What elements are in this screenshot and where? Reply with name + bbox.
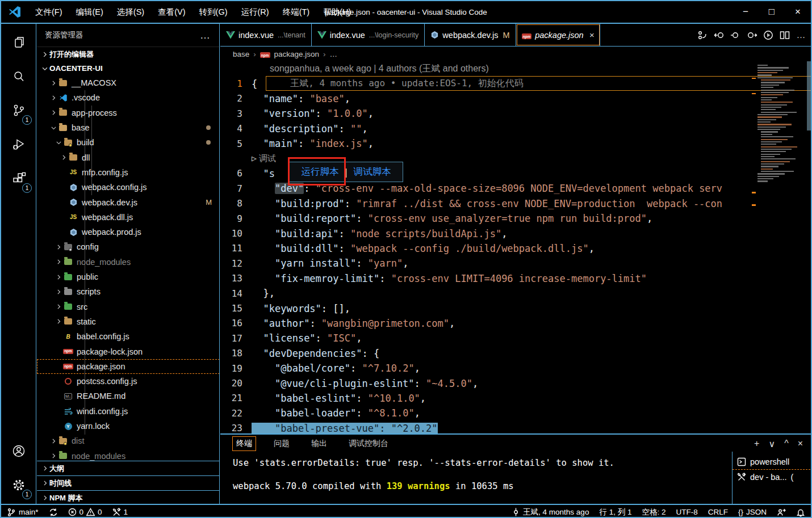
editor-scrollbar[interactable]: [806, 61, 812, 433]
eol[interactable]: CRLF: [708, 508, 728, 516]
menu-item-4[interactable]: 转到(G): [194, 5, 233, 20]
menu-item-2[interactable]: 选择(S): [111, 5, 150, 20]
panel-tab-调试控制台[interactable]: 调试控制台: [345, 437, 392, 450]
tree-item-node_modules[interactable]: node_modules: [37, 449, 220, 461]
tree-item-mfp.config.js[interactable]: JSmfp.config.js: [37, 165, 220, 180]
activitybar-extensions[interactable]: 1: [1, 163, 36, 194]
more-actions-icon[interactable]: …: [795, 29, 807, 41]
blame-status[interactable]: 王斌, 4 months ago: [512, 507, 589, 517]
code-line-23[interactable]: 23 "babel-preset-vue": "^2.0.2": [220, 421, 812, 433]
tree-item-package.json[interactable]: npmpackage.json: [37, 359, 220, 374]
terminal-output[interactable]: Use 'stats.errorDetails: true' resp. '--…: [233, 457, 614, 503]
menu-item-0[interactable]: 文件(F): [30, 5, 68, 20]
tree-item-dist[interactable]: dist: [37, 433, 220, 448]
tree-item-base[interactable]: base: [37, 120, 220, 135]
debug-script-link[interactable]: 调试脚本: [353, 166, 391, 178]
tree-item-README.md[interactable]: M↓README.md: [37, 389, 220, 403]
activitybar-source-control[interactable]: 1: [1, 95, 36, 126]
code-line-15[interactable]: 15 "keywords": [],: [220, 301, 812, 315]
running-tasks[interactable]: 1: [112, 508, 128, 516]
maximize-button[interactable]: □: [759, 1, 785, 23]
tab-index.vue-1[interactable]: index.vue...\login-security: [312, 24, 425, 46]
code-line-3[interactable]: 3 "version": "1.0.0",: [220, 106, 812, 121]
tree-item-webpack.config.js[interactable]: webpack.config.js: [37, 180, 220, 195]
tree-item-webpack.dev.js[interactable]: webpack.dev.jsM: [37, 195, 220, 209]
breadcrumb-item-…[interactable]: …: [330, 50, 338, 58]
code-line-9[interactable]: 9 "build:report": "cross-env use_analyze…: [220, 211, 812, 226]
menu-item-7[interactable]: 帮助(H): [317, 5, 357, 20]
code-line-21[interactable]: 21 "babel-eslint": "^10.1.0",: [220, 391, 812, 406]
section-NPM 脚本[interactable]: NPM 脚本: [37, 490, 220, 504]
open-editors-section[interactable]: 打开的编辑器: [37, 47, 219, 61]
terminal-instance-powershell[interactable]: powershell: [733, 454, 812, 469]
tree-item-node_modules[interactable]: node_modules: [37, 255, 220, 269]
activitybar-accounts[interactable]: [1, 436, 36, 466]
breadcrumb-item-package.json[interactable]: package.json: [274, 50, 320, 58]
activitybar-search[interactable]: [1, 61, 36, 92]
run-script-icon[interactable]: [762, 29, 775, 41]
sidebar-more-actions-icon[interactable]: …: [200, 30, 211, 41]
code-line-1[interactable]: 1{王斌, 4 months ago • update:EOS-1, 初始化代码: [220, 76, 812, 91]
activitybar-explorer[interactable]: [1, 27, 36, 58]
code-editor[interactable]: songpanhua, a week ago | 4 authors (王斌 a…: [220, 61, 812, 433]
close-panel-icon[interactable]: ×: [798, 439, 803, 449]
panel-tab-输出[interactable]: 输出: [308, 437, 330, 450]
code-line-10[interactable]: 10 "build:api": "node scripts/buildApi.j…: [220, 226, 812, 241]
close-button[interactable]: ×: [785, 1, 811, 23]
cursor-position[interactable]: 行 1, 列 1: [599, 507, 631, 517]
scrollbar-thumb[interactable]: [807, 61, 812, 130]
tree-item-src[interactable]: src: [37, 300, 220, 314]
panel-tab-问题[interactable]: 问题: [270, 437, 293, 450]
feedback[interactable]: [777, 508, 786, 517]
problems-status[interactable]: 00: [68, 508, 102, 516]
tab-index.vue-0[interactable]: index.vue...\tenant: [220, 24, 312, 46]
tree-item-package-lock.json[interactable]: npmpackage-lock.json: [37, 344, 220, 359]
section-大纲[interactable]: 大纲: [37, 461, 220, 475]
next-change-icon[interactable]: [746, 29, 758, 41]
code-line-4[interactable]: 4 "description": "",: [220, 121, 812, 136]
tree-item-__MACOSX[interactable]: __MACOSX: [37, 75, 220, 90]
tree-item-app-process[interactable]: app-process: [37, 106, 220, 120]
gitlens-icon[interactable]: [696, 29, 709, 41]
tree-item-.vscode[interactable]: .vscode: [37, 90, 220, 105]
code-line-11[interactable]: 11 "build:dll": "webpack --config ./buil…: [220, 241, 812, 256]
menu-item-5[interactable]: 运行(R): [235, 5, 274, 20]
tree-item-config[interactable]: config: [37, 239, 220, 254]
code-line-20[interactable]: 20 "@vue/cli-plugin-eslint": "~4.5.0",: [220, 376, 812, 390]
breadcrumb-item-base[interactable]: base: [233, 50, 249, 58]
git-branch[interactable]: main*: [7, 508, 39, 517]
panel-tab-终端[interactable]: 终端: [233, 437, 256, 450]
menu-item-1[interactable]: 编辑(E): [70, 5, 109, 20]
tree-item-windi.config.js[interactable]: windi.config.js: [37, 404, 220, 419]
tree-item-public[interactable]: public: [37, 269, 220, 284]
menu-item-3[interactable]: 查看(V): [152, 5, 191, 20]
tree-item-babel.config.js[interactable]: Bbabel.config.js: [37, 329, 220, 344]
new-terminal-icon[interactable]: +: [754, 439, 759, 449]
tab-package.json-3[interactable]: npmpackage.json×: [516, 24, 601, 46]
code-line-12[interactable]: 12 "yarn install": "yarn",: [220, 256, 812, 271]
code-line-8[interactable]: 8 "build:prod": "rimraf ../dist && cross…: [220, 196, 812, 211]
tree-root-oacenter-ui[interactable]: OACENTER-UI: [37, 61, 219, 75]
code-line-14[interactable]: 14 },: [220, 286, 812, 301]
tree-item-webpack.dll.js[interactable]: JSwebpack.dll.js: [37, 210, 220, 225]
tab-webpack.dev.js-2[interactable]: webpack.dev.jsM: [425, 24, 516, 46]
tree-item-yarn.lock[interactable]: Yyarn.lock: [37, 419, 220, 433]
notifications[interactable]: [796, 508, 805, 517]
encoding[interactable]: UTF-8: [676, 508, 697, 516]
tree-item-scripts[interactable]: scripts: [37, 284, 220, 299]
minimize-button[interactable]: −: [733, 1, 759, 23]
code-line-2[interactable]: 2 "name": "base",: [220, 91, 812, 106]
tree-item-postcss.config.js[interactable]: postcss.config.js: [37, 374, 220, 389]
language-mode[interactable]: {}JSON: [738, 508, 767, 516]
activitybar-run-and-debug[interactable]: [1, 129, 36, 160]
previous-change-icon[interactable]: [729, 29, 742, 41]
menu-item-6[interactable]: 终端(T): [277, 5, 316, 20]
indentation[interactable]: 空格: 2: [642, 507, 665, 517]
maximize-panel-icon[interactable]: ^: [784, 439, 789, 449]
section-时间线[interactable]: 时间线: [37, 475, 220, 490]
code-line-22[interactable]: 22 "babel-loader": "^8.1.0",: [220, 406, 812, 420]
tree-item-dll[interactable]: dll: [37, 150, 220, 165]
code-line-17[interactable]: 17 "license": "ISC",: [220, 331, 812, 346]
minimap[interactable]: [756, 62, 805, 426]
code-line-16[interactable]: 16 "author": "wangbin@primeton.com",: [220, 316, 812, 331]
